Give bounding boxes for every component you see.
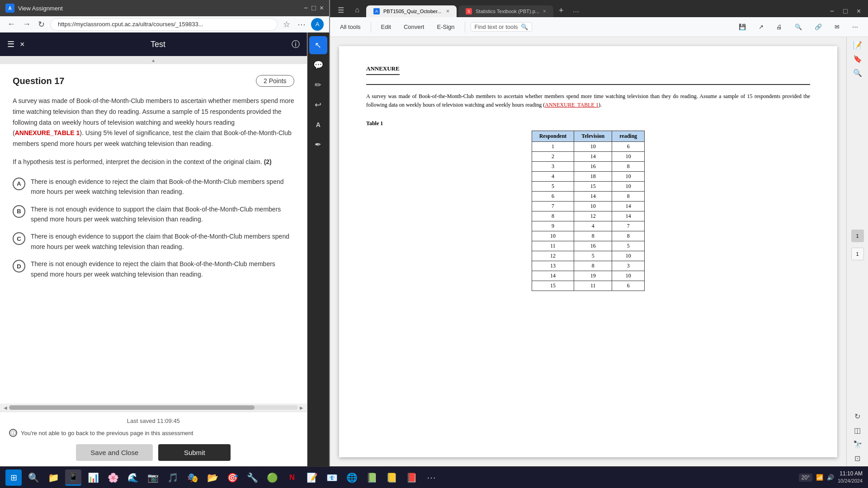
pdf-refresh-btn[interactable]: ↻	[854, 412, 860, 421]
refresh-button[interactable]: ↻	[36, 18, 47, 31]
pdf-bookmark-btn[interactable]: 🔖	[853, 55, 862, 63]
pdf-print-btn[interactable]: 🖨	[772, 22, 787, 32]
browser-close[interactable]: ×	[853, 5, 864, 17]
browser-minimize[interactable]: −	[826, 5, 838, 17]
taskbar-search[interactable]: 🔍	[25, 469, 42, 486]
pdf-annotation-btn[interactable]: 📝	[853, 41, 862, 49]
col-respondent: Respondent	[532, 131, 574, 142]
scroll-left-arrow[interactable]: ◀	[4, 405, 7, 410]
table-row: 12510	[532, 251, 645, 261]
pdf-sidebar-toggle[interactable]: ☰	[334, 3, 348, 17]
pdf-tab2-label: Statistics Textbook (PBT).p...	[476, 9, 539, 14]
annexure-link[interactable]: ANNEXURE_TABLE 1	[15, 129, 80, 136]
esign-btn[interactable]: E-Sign	[432, 22, 459, 32]
option-c-text: There is enough evidence to support the …	[31, 231, 294, 252]
pdf-more-btn[interactable]: ⋯	[848, 22, 863, 32]
taskbar-excel[interactable]: 📗	[363, 469, 380, 486]
profile-button[interactable]: A	[311, 18, 324, 31]
scroll-right-arrow[interactable]: ▶	[300, 405, 303, 410]
taskbar-app3[interactable]: 🟢	[264, 469, 280, 486]
taskbar-notes[interactable]: 📒	[383, 469, 400, 486]
edit-btn[interactable]: Edit	[377, 22, 396, 32]
col-television: Television	[574, 131, 612, 142]
taskbar-app2[interactable]: 🔧	[244, 469, 260, 486]
undo-tool-btn[interactable]: ↩	[309, 96, 327, 114]
convert-btn[interactable]: Convert	[399, 22, 429, 32]
option-c[interactable]: C There is enough evidence to support th…	[13, 231, 294, 252]
taskbar-tiktok[interactable]: 🎭	[184, 469, 201, 486]
taskbar-outlook[interactable]: 📧	[324, 469, 340, 486]
taskbar-spotify[interactable]: 🎵	[165, 469, 181, 486]
taskbar-charts[interactable]: 📊	[85, 469, 101, 486]
taskbar-word[interactable]: 📝	[304, 469, 320, 486]
table-title: Table 1	[366, 120, 810, 127]
horizontal-scrollbar[interactable]	[9, 405, 298, 410]
col-reading: reading	[612, 131, 645, 142]
taskbar-app1[interactable]: 🎯	[224, 469, 241, 486]
pdf-zoom-in-btn[interactable]: 🔍	[790, 22, 807, 32]
pdf-home-btn[interactable]: ⌂	[350, 3, 364, 17]
pdf-tab-1[interactable]: A PBT1505_Quiz_October... ×	[366, 5, 457, 17]
all-tools-btn[interactable]: All tools	[335, 22, 365, 32]
pdf-right-sidebar: 📝 🔖 🔍 1 1 ↻ ◫ 🔭 ⊡	[846, 37, 868, 466]
taskbar-files[interactable]: 📁	[45, 469, 61, 486]
pdf-page[interactable]: ANNEXURE A survey was made of Book-of-th…	[339, 46, 837, 457]
taskbar-folder[interactable]: 📂	[204, 469, 221, 486]
star-button[interactable]: ☆	[281, 18, 292, 31]
test-body[interactable]: Question 17 2 Points A survey was made o…	[0, 64, 307, 404]
annexure-table-link: ANNEXURE_TABLE 1	[545, 102, 599, 108]
tabs-more-btn[interactable]: ⋯	[569, 6, 583, 17]
taskbar-netflix[interactable]: N	[284, 469, 300, 486]
taskbar-instagram[interactable]: 📷	[145, 469, 161, 486]
pdf-aside-btn[interactable]: ◫	[854, 426, 861, 435]
start-button[interactable]: ⊞	[5, 469, 22, 486]
pdf-tab1-favicon: A	[373, 8, 380, 14]
annexure-title: ANNEXURE	[366, 65, 400, 75]
back-button[interactable]: ←	[5, 18, 17, 31]
pdf-find-box[interactable]: Find text or tools 🔍	[471, 22, 532, 32]
pdf-save-btn[interactable]: 💾	[734, 22, 750, 32]
window-maximize[interactable]: □	[311, 4, 316, 12]
pdf-tab2-close[interactable]: ×	[543, 8, 546, 14]
new-tab-btn[interactable]: +	[555, 4, 567, 17]
taskbar-chrome[interactable]: 🌐	[344, 469, 360, 486]
cursor-tool-btn[interactable]: ↖	[309, 36, 327, 54]
window-close[interactable]: ×	[320, 4, 324, 12]
url-input[interactable]	[50, 18, 278, 31]
find-icon: 🔍	[521, 23, 528, 30]
taskbar-more-apps[interactable]: ⋯	[423, 469, 439, 486]
taskbar-edge[interactable]: 🌊	[125, 469, 141, 486]
table-row: 71014	[532, 202, 645, 211]
pdf-search-sidebar-btn[interactable]: 🔍	[853, 69, 862, 77]
option-b[interactable]: B There is not enough evidence to suppor…	[13, 204, 294, 225]
pdf-tab-2[interactable]: S Statistics Textbook (PBT).p... ×	[458, 5, 553, 17]
window-minimize[interactable]: −	[304, 4, 308, 12]
option-a[interactable]: A There is enough evidence to reject the…	[13, 177, 294, 197]
pdf-link-btn[interactable]: 🔗	[810, 22, 826, 32]
forward-button[interactable]: →	[21, 18, 33, 31]
pdf-tab1-close[interactable]: ×	[446, 8, 449, 14]
pencil-tool-btn[interactable]: ✏	[309, 76, 327, 94]
pdf-share-btn[interactable]: ↗	[754, 22, 768, 32]
app-favicon: A	[5, 4, 14, 13]
taskbar: ⊞ 🔍 📁 📱 📊 🌸 🌊 📷 🎵 🎭 📂 🎯 🔧 🟢 N 📝 📧 🌐 📗 📒 …	[0, 466, 868, 488]
text-tool-btn[interactable]: A	[309, 116, 327, 134]
option-d[interactable]: D There is not enough evidence to reject…	[13, 259, 294, 279]
pdf-fit-btn[interactable]: ⊡	[854, 454, 860, 463]
taskbar-acrobat[interactable]: 📕	[403, 469, 420, 486]
taskbar-cortana[interactable]: 🌸	[105, 469, 121, 486]
browser-restore[interactable]: □	[840, 5, 851, 17]
close-button[interactable]: ×	[20, 40, 25, 49]
pdf-email-btn[interactable]: ✉	[830, 22, 844, 32]
hamburger-button[interactable]: ☰	[7, 39, 14, 49]
submit-button[interactable]: Submit	[158, 444, 231, 461]
info-button[interactable]: ⓘ	[292, 39, 300, 50]
more-button[interactable]: ⋯	[296, 18, 307, 31]
pdf-zoom-out-btn[interactable]: 🔭	[853, 440, 862, 449]
taskbar-time-date[interactable]: 11:10 AM 10/24/2024	[838, 470, 863, 484]
edit-tool-btn[interactable]: ✒	[309, 136, 327, 154]
taskbar-whatsapp[interactable]: 📱	[65, 469, 81, 486]
comment-tool-btn[interactable]: 💬	[309, 56, 327, 74]
save-close-button[interactable]: Save and Close	[76, 444, 153, 461]
option-b-circle: B	[13, 205, 25, 218]
